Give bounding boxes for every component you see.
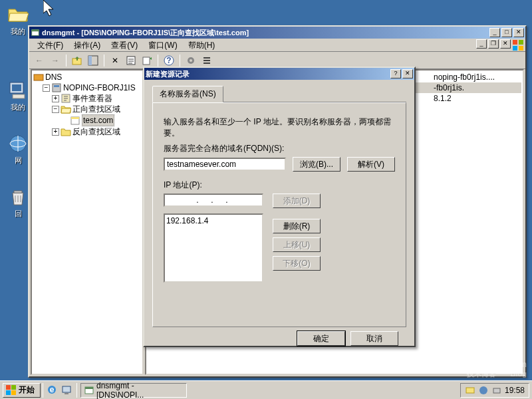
svg-text:e: e bbox=[50, 385, 55, 394]
close-button[interactable]: ✕ bbox=[513, 28, 524, 37]
quicklaunch-desktop[interactable] bbox=[61, 384, 73, 396]
server-icon bbox=[51, 82, 62, 93]
svg-rect-26 bbox=[11, 390, 16, 395]
svg-rect-1 bbox=[12, 84, 21, 91]
fqdn-label: 服务器完全合格的域名(FQDN)(S): bbox=[164, 143, 395, 154]
menu-action[interactable]: 操作(A) bbox=[68, 39, 106, 53]
start-button[interactable]: 开始 bbox=[3, 383, 41, 398]
tree-root[interactable]: DNS bbox=[33, 72, 141, 82]
svg-rect-19 bbox=[54, 85, 59, 87]
extra-tool-1[interactable] bbox=[184, 53, 198, 68]
svg-text:?: ? bbox=[166, 56, 171, 65]
quicklaunch-ie[interactable]: e bbox=[47, 384, 59, 396]
collapse-icon[interactable]: − bbox=[43, 84, 50, 92]
system-tray[interactable]: 19:58 bbox=[460, 383, 529, 398]
desktop-icon-recycle[interactable]: 回 bbox=[5, 186, 31, 221]
tab-strip: 名称服务器(NS) bbox=[152, 85, 406, 102]
zone-icon bbox=[70, 115, 80, 126]
clock[interactable]: 19:58 bbox=[505, 386, 525, 395]
taskbar-item-dnsmgmt[interactable]: dnsmgmt - [DNS\NOPI... bbox=[80, 383, 187, 398]
dialog-titlebar[interactable]: 新建资源记录 ? ✕ bbox=[144, 68, 414, 80]
maximize-button[interactable]: □ bbox=[501, 28, 512, 37]
taskbar: 开始 e dnsmgmt - [DNS\NOPI... 19:58 bbox=[0, 380, 532, 399]
tree-zone-selected[interactable]: test.com bbox=[33, 114, 141, 126]
tray-icon-1[interactable] bbox=[465, 385, 475, 396]
ip-input[interactable]: . . . bbox=[164, 194, 263, 207]
tray-icon-2[interactable] bbox=[478, 385, 489, 396]
refresh-button[interactable] bbox=[140, 53, 154, 68]
toolbar-separator bbox=[66, 55, 66, 66]
list-icon bbox=[201, 55, 212, 66]
cancel-button[interactable]: 取消 bbox=[350, 331, 398, 346]
desktop-icon-documents[interactable]: 我的 bbox=[5, 4, 31, 39]
expand-icon[interactable]: + bbox=[52, 95, 59, 102]
add-button: 添加(D) bbox=[273, 194, 321, 208]
ie-icon: e bbox=[47, 384, 57, 395]
desktop-icon-computer[interactable]: 我的 bbox=[5, 80, 31, 115]
properties-button[interactable] bbox=[124, 53, 138, 68]
folder-open-icon bbox=[7, 4, 29, 25]
svg-rect-22 bbox=[71, 117, 79, 119]
ip-listbox[interactable]: 192.168.1.4 bbox=[164, 213, 263, 283]
resolve-button[interactable]: 解析(V) bbox=[347, 157, 395, 172]
svg-rect-29 bbox=[63, 386, 70, 392]
mmc-titlebar[interactable]: dnsmgmt - [DNS\NOPING-FBORJ1IS\正向查找区域\te… bbox=[29, 27, 525, 39]
tree-reverse-zones[interactable]: + 反向查找区域 bbox=[33, 126, 141, 137]
help-icon: ? bbox=[164, 55, 174, 66]
svg-rect-2 bbox=[13, 94, 25, 98]
taskbar-separator bbox=[43, 383, 43, 398]
dialog-help-button[interactable]: ? bbox=[390, 69, 401, 78]
svg-rect-17 bbox=[34, 74, 43, 80]
up-button[interactable] bbox=[70, 53, 84, 68]
desktop-icon-label: 回 bbox=[5, 209, 31, 219]
fqdn-input[interactable] bbox=[164, 158, 286, 171]
child-minimize-button[interactable]: _ bbox=[476, 39, 487, 49]
collapse-icon[interactable]: − bbox=[52, 106, 59, 113]
tree-forward-zones[interactable]: − 正向查找区域 bbox=[33, 104, 141, 114]
tree-event-viewer[interactable]: + 事件查看器 bbox=[33, 93, 141, 104]
browse-button[interactable]: 浏览(B)... bbox=[293, 157, 340, 172]
mmc-title: dnsmgmt - [DNS\NOPING-FBORJ1IS\正向查找区域\te… bbox=[42, 28, 488, 38]
delete-button[interactable]: ✕ bbox=[108, 53, 122, 68]
ip-list-item[interactable]: 192.168.1.4 bbox=[166, 216, 261, 225]
expand-icon[interactable]: + bbox=[52, 128, 59, 136]
ip-label: IP 地址(P): bbox=[164, 180, 395, 191]
dns-app-icon bbox=[84, 385, 94, 396]
dns-app-icon bbox=[31, 28, 40, 37]
ok-button[interactable]: 确定 bbox=[297, 331, 345, 346]
desktop-icon-label: 网 bbox=[5, 156, 31, 166]
menubar: 文件(F) 操作(A) 查看(V) 窗口(W) 帮助(H) _ ❐ ✕ bbox=[29, 39, 525, 52]
svg-rect-25 bbox=[6, 390, 11, 395]
menu-help[interactable]: 帮助(H) bbox=[183, 39, 221, 53]
svg-rect-12 bbox=[143, 57, 150, 65]
windows-logo-icon bbox=[513, 40, 523, 51]
extra-tool-2[interactable] bbox=[200, 53, 214, 68]
remove-button[interactable]: 删除(R) bbox=[273, 219, 321, 233]
toolbar-separator bbox=[180, 55, 180, 66]
tray-icon-3[interactable] bbox=[491, 385, 502, 396]
svg-rect-30 bbox=[65, 393, 68, 394]
refresh-icon bbox=[142, 55, 152, 66]
dialog-close-button[interactable]: ✕ bbox=[402, 69, 413, 78]
menu-window[interactable]: 窗口(W) bbox=[143, 39, 182, 53]
svg-rect-24 bbox=[11, 385, 16, 390]
help-button[interactable]: ? bbox=[162, 53, 176, 68]
svg-rect-10 bbox=[88, 56, 92, 65]
folder-up-icon bbox=[72, 55, 82, 66]
child-restore-button[interactable]: ❐ bbox=[488, 39, 499, 49]
gear-icon bbox=[186, 55, 196, 66]
dialog-title: 新建资源记录 bbox=[146, 69, 389, 79]
minimize-button[interactable]: _ bbox=[489, 28, 500, 37]
menu-view[interactable]: 查看(V) bbox=[106, 39, 143, 53]
tree-pane[interactable]: DNS − NOPING-FBORJ1IS + 事件查看器 − 正向查找区域 t… bbox=[31, 69, 144, 375]
svg-rect-18 bbox=[53, 84, 61, 92]
network-icon bbox=[7, 133, 29, 154]
show-desktop-icon bbox=[61, 384, 72, 395]
menu-file[interactable]: 文件(F) bbox=[32, 39, 68, 53]
tab-nameserver[interactable]: 名称服务器(NS) bbox=[152, 86, 223, 102]
desktop-icon-network[interactable]: 网 bbox=[5, 133, 31, 168]
child-close-button[interactable]: ✕ bbox=[500, 39, 511, 49]
svg-point-34 bbox=[479, 386, 487, 394]
tree-server[interactable]: − NOPING-FBORJ1IS bbox=[33, 82, 141, 93]
show-tree-button[interactable] bbox=[86, 53, 100, 68]
